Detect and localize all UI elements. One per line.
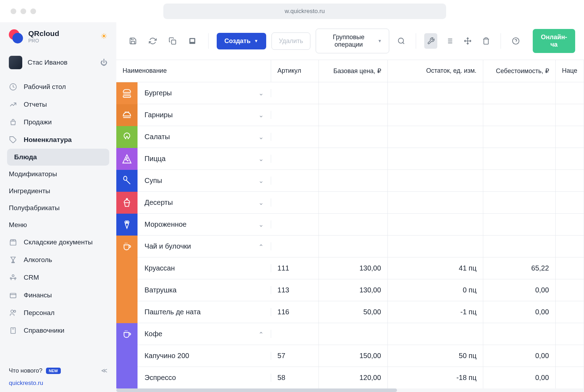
app-name: QRcloud (28, 29, 59, 38)
sidebar-header: QRcloud PRO ☀ (0, 22, 116, 51)
trash-icon[interactable] (479, 33, 492, 49)
chevron-down-icon[interactable]: ⌄ (258, 155, 264, 163)
salad-icon (116, 126, 138, 148)
cupcake-icon (116, 192, 138, 214)
nav-item-chart[interactable]: Отчеты (0, 96, 116, 113)
svg-point-6 (15, 278, 16, 279)
close-window[interactable] (11, 8, 16, 14)
item-stock: -1 пц (388, 301, 483, 323)
svg-rect-7 (10, 293, 16, 298)
item-price: 50,00 (319, 301, 388, 323)
delete-button[interactable]: Удалить (271, 32, 311, 50)
group-operations-button[interactable]: Групповые операции ▼ (316, 29, 389, 53)
nav-section: Рабочий столОтчетыПродажиНоменклатураБлю… (0, 75, 116, 362)
dish-icon (116, 104, 138, 126)
chevron-down-icon[interactable]: ⌄ (258, 111, 264, 119)
horizontal-scrollbar[interactable] (116, 388, 584, 392)
svg-rect-12 (171, 40, 176, 44)
column-article[interactable]: Артикул (271, 60, 319, 82)
nav-label: Справочники (24, 327, 64, 334)
table-header: Наименование Артикул Базовая цена, ₽ Ост… (116, 60, 584, 82)
chevron-up-icon[interactable]: ⌄ (258, 330, 264, 338)
table-row[interactable]: Эспрессо 58 120,00 -18 пц 0,00 (116, 367, 584, 388)
nav-item-book[interactable]: Справочники (0, 322, 116, 339)
nav-item-box[interactable]: Складские документы (0, 233, 116, 251)
table-row[interactable]: Капучино 200 57 150,00 50 пц 0,00 (116, 345, 584, 367)
user-row: Стас Иванов ⏻ (0, 51, 116, 75)
nav-label: Алкоголь (24, 256, 52, 264)
sub-nav-item[interactable]: Ингредиенты (0, 183, 116, 200)
category-row[interactable]: Пицца ⌄ (116, 148, 584, 170)
maximize-window[interactable] (30, 8, 36, 14)
category-name: Чай и булочки (145, 242, 191, 250)
category-row[interactable]: Кофе ⌄ (116, 323, 584, 345)
icecream-icon (116, 214, 138, 236)
chevron-down-icon[interactable]: ⌄ (258, 199, 264, 207)
item-article: 116 (271, 301, 319, 323)
svg-point-29 (127, 160, 128, 161)
item-name: Капучино 200 (138, 352, 271, 360)
footer-link[interactable]: quickresto.ru (9, 380, 107, 387)
nav-item-users[interactable]: Персонал (0, 304, 116, 322)
sub-nav-item[interactable]: Блюда (7, 149, 109, 166)
move-icon[interactable] (461, 33, 474, 49)
panel-icon[interactable] (185, 33, 200, 49)
category-row[interactable]: Мороженное ⌄ (116, 214, 584, 236)
table-row[interactable]: Круассан 111 130,00 41 пц 65,22 (116, 257, 584, 279)
create-button[interactable]: Создать ▼ (217, 33, 266, 49)
cup-icon (116, 323, 138, 345)
category-row[interactable]: Десерты ⌄ (116, 192, 584, 214)
chevron-down-icon[interactable]: ⌄ (258, 133, 264, 141)
category-row[interactable]: Салаты ⌄ (116, 126, 584, 148)
category-row[interactable]: Гарниры ⌄ (116, 104, 584, 126)
save-icon[interactable] (125, 33, 141, 49)
nav-item-people[interactable]: CRM (0, 269, 116, 286)
minimize-window[interactable] (21, 8, 26, 14)
nav-item-basket[interactable]: Продажи (0, 113, 116, 131)
theme-toggle[interactable]: ☀ (100, 32, 107, 41)
category-row[interactable]: Бургеры ⌄ (116, 82, 584, 104)
category-row[interactable]: Чай и булочки ⌄ (116, 236, 584, 257)
help-icon[interactable] (509, 33, 522, 49)
sub-nav-item[interactable]: Полуфабрикаты (0, 200, 116, 216)
category-row[interactable]: Супы ⌄ (116, 170, 584, 192)
url-bar[interactable]: w.quickresto.ru (163, 4, 446, 19)
nav-label: CRM (24, 274, 39, 281)
sub-nav-item[interactable]: Меню (0, 216, 116, 233)
chevron-up-icon[interactable]: ⌄ (258, 243, 264, 250)
nav-label: Отчеты (24, 101, 47, 108)
collapse-sidebar-icon[interactable]: ≪ (101, 367, 107, 374)
search-icon[interactable] (395, 33, 408, 49)
item-name: Ватрушка (138, 286, 271, 294)
nav-item-dashboard[interactable]: Рабочий стол (0, 78, 116, 96)
chevron-down-icon[interactable]: ⌄ (258, 89, 264, 97)
chevron-down-icon[interactable]: ⌄ (258, 221, 264, 228)
svg-rect-10 (11, 328, 16, 334)
table-row[interactable]: Паштель де ната 116 50,00 -1 пц 0,00 (116, 301, 584, 323)
nav-item-glass[interactable]: Алкоголь (0, 251, 116, 269)
category-name: Гарниры (145, 111, 173, 119)
table-row[interactable]: Ватрушка 113 130,00 0 пц 0,00 (116, 279, 584, 301)
list-icon[interactable] (443, 33, 456, 49)
chevron-down-icon[interactable]: ⌄ (258, 177, 264, 185)
user-avatar[interactable] (9, 56, 22, 69)
column-stock[interactable]: Остаток, ед. изм. (388, 60, 483, 82)
online-chat-button[interactable]: Онлайн-ча (533, 29, 575, 53)
new-badge: NEW (46, 368, 61, 374)
nav-item-wallet[interactable]: Финансы (0, 286, 116, 304)
nav-item-tag[interactable]: Номенклатура (0, 131, 116, 149)
column-name[interactable]: Наименование (116, 60, 271, 82)
column-price[interactable]: Базовая цена, ₽ (319, 60, 388, 82)
svg-point-4 (12, 275, 14, 277)
whats-new-label[interactable]: Что нового? (9, 367, 42, 374)
copy-icon[interactable] (165, 33, 180, 49)
column-cost[interactable]: Себестоимость, ₽ (483, 60, 556, 82)
whats-new-row: Что нового? NEW ≪ (9, 367, 107, 374)
column-markup[interactable]: Наце (556, 60, 584, 82)
tools-icon[interactable] (424, 33, 437, 49)
power-icon[interactable]: ⏻ (100, 59, 107, 67)
item-name: Эспрессо (138, 374, 271, 382)
sub-nav-item[interactable]: Модификаторы (0, 166, 116, 183)
main-content: Создать ▼ Удалить Групповые операции ▼ О… (116, 22, 584, 392)
refresh-icon[interactable] (145, 33, 160, 49)
